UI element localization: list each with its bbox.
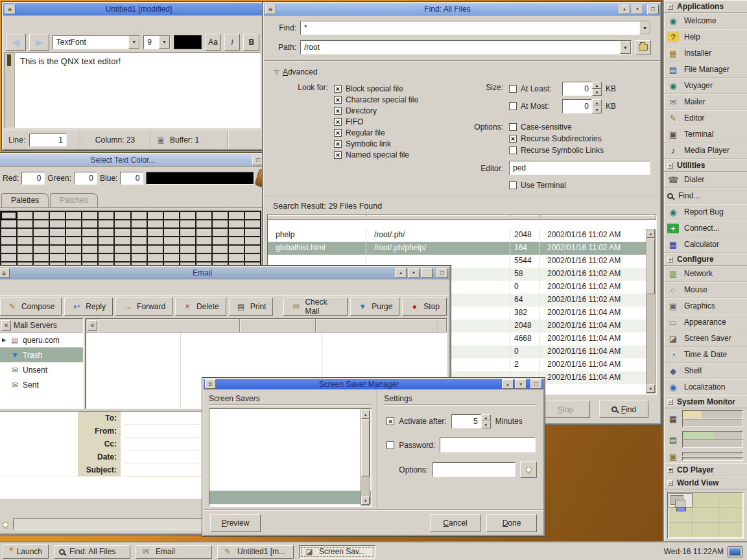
- chevron-down-icon[interactable]: ▼: [159, 36, 170, 49]
- collapse-box-icon[interactable]: -: [667, 480, 673, 486]
- palette-cell[interactable]: [1, 237, 17, 245]
- palette-cell[interactable]: [114, 228, 130, 237]
- look-for-option[interactable]: Symbolic link: [334, 138, 418, 149]
- shelf-row[interactable]: Welcome ◉ Welcome: [664, 13, 747, 29]
- workspace-cell[interactable]: [718, 523, 742, 537]
- shelf-row[interactable]: Voyager ◉ Voyager: [664, 78, 747, 94]
- screensaver-list-item[interactable]: [209, 477, 371, 491]
- shelf-item[interactable]: ◉ Voyager: [664, 78, 747, 94]
- window-menu-icon[interactable]: ≡: [205, 379, 216, 389]
- palette-cell[interactable]: [228, 228, 244, 237]
- palette-cell[interactable]: [82, 237, 98, 245]
- close-icon[interactable]: □: [436, 268, 448, 278]
- palette-cell[interactable]: [33, 211, 49, 220]
- shelf-row[interactable]: Screen Saver ◪ Screen Saver: [664, 331, 747, 347]
- palette-cell[interactable]: [212, 245, 228, 253]
- blue-field[interactable]: 0: [120, 172, 143, 185]
- palette-cell[interactable]: [17, 220, 33, 228]
- column-header[interactable]: [540, 215, 656, 219]
- shelf-row[interactable]: Calculator ▦ Calculator: [664, 237, 747, 253]
- shelf-row[interactable]: Terminal ▣ Terminal: [664, 126, 747, 143]
- back-icon[interactable]: ◀: [6, 34, 26, 51]
- palette-cell[interactable]: [17, 211, 33, 220]
- palette-cell[interactable]: [33, 237, 49, 245]
- options-field[interactable]: [433, 462, 516, 477]
- palette-cell[interactable]: [49, 245, 65, 253]
- editor-text-area[interactable]: This is the QNX text editor!: [5, 52, 261, 128]
- scrollbar-thumb[interactable]: [646, 239, 655, 294]
- palette-cell[interactable]: [147, 220, 163, 228]
- checkbox[interactable]: [334, 140, 342, 148]
- menu-item[interactable]: [13, 285, 26, 289]
- spin-up-icon[interactable]: ▲: [592, 82, 602, 89]
- collapse-icon[interactable]: ▴: [619, 5, 630, 14]
- shelf-row[interactable]: - Applications Applications: [664, 0, 747, 13]
- shelf-item[interactable]: ? Help: [664, 29, 747, 45]
- menu-item[interactable]: [71, 21, 84, 25]
- palette-cell[interactable]: [163, 211, 180, 220]
- palette-cell[interactable]: [180, 253, 196, 262]
- browse-folder-button[interactable]: [635, 40, 651, 54]
- palette-cell[interactable]: [33, 245, 49, 253]
- path-input[interactable]: /root ▼: [300, 40, 632, 54]
- palette-cell[interactable]: [65, 253, 82, 262]
- list-scrollbar[interactable]: ▲ ▼: [361, 410, 370, 506]
- palette-cell[interactable]: [65, 220, 82, 228]
- folder-item[interactable]: ▶ ▤ queru.com: [0, 332, 83, 347]
- palette-cell[interactable]: [49, 237, 65, 245]
- palette-cell[interactable]: [1, 220, 17, 228]
- shelf-item[interactable]: ▤ File Manager: [664, 62, 747, 78]
- sort-chevron-icon[interactable]: «: [88, 320, 97, 331]
- task-button[interactable]: ◪ Screen Sav...: [299, 545, 375, 559]
- palette-cell[interactable]: [65, 211, 82, 220]
- menu-item[interactable]: [26, 285, 39, 289]
- folder-item[interactable]: ▼ Trash: [0, 347, 83, 362]
- shelf-item[interactable]: ◔ Time & Date: [664, 347, 747, 363]
- restore-icon[interactable]: [421, 268, 433, 278]
- palette-cell[interactable]: [114, 211, 130, 220]
- result-row[interactable]: phelp /root/.ph/ 2048 2002/01/16 11:02 A…: [268, 229, 646, 242]
- email-titlebar[interactable]: ≡ Email ▴ ▾ □: [0, 267, 449, 279]
- palette-cell[interactable]: [244, 228, 261, 237]
- palette-cell[interactable]: [196, 220, 212, 228]
- shelf-row[interactable]: Help ? Help: [664, 29, 747, 45]
- workspace-cell[interactable]: [718, 508, 742, 522]
- option-row[interactable]: Case-sensitive: [509, 121, 604, 132]
- column-header[interactable]: [510, 215, 540, 219]
- menu-item[interactable]: [19, 21, 32, 25]
- font-select[interactable]: TextFont ▼: [53, 35, 140, 49]
- shelf-row[interactable]: Installer ▦ Installer: [664, 45, 747, 62]
- palette-cell[interactable]: [114, 220, 130, 228]
- shelf-row[interactable]: Shelf ◆ Shelf: [664, 363, 747, 379]
- screensaver-list-item[interactable]: [209, 463, 371, 477]
- palette-cell[interactable]: [228, 237, 244, 245]
- palette-cell[interactable]: [244, 253, 261, 262]
- zoom-icon[interactable]: ▾: [515, 379, 527, 389]
- option-row[interactable]: Recurse Subdirectories: [509, 133, 604, 144]
- checkbox[interactable]: [334, 85, 342, 93]
- shelf-item[interactable]: ▦ Installer: [664, 45, 747, 62]
- palette-cell[interactable]: [131, 237, 147, 245]
- hint-button[interactable]: [520, 461, 537, 478]
- palette-cell[interactable]: [212, 237, 228, 245]
- menu-item[interactable]: [39, 285, 52, 289]
- palette-cell[interactable]: [82, 245, 98, 253]
- palette-cell[interactable]: [147, 211, 163, 220]
- screensaver-list-item[interactable]: [209, 409, 371, 423]
- scrollbar-thumb[interactable]: [361, 419, 370, 476]
- palette-cell[interactable]: [33, 220, 49, 228]
- shelf-item[interactable]: ◆ Shelf: [664, 363, 747, 379]
- scroll-down-icon[interactable]: ▼: [361, 496, 370, 505]
- system-monitor-header[interactable]: - System Monitor: [664, 395, 747, 408]
- shelf-row[interactable]: Find... Find...: [664, 188, 747, 204]
- collapse-box-icon[interactable]: -: [667, 399, 673, 405]
- menu-item[interactable]: [0, 285, 13, 289]
- red-field[interactable]: 0: [21, 172, 45, 185]
- palette-cell[interactable]: [147, 253, 163, 262]
- shelf-row[interactable]: Localization ◉ Localization: [664, 379, 747, 395]
- toolbar-button[interactable]: ✉ Check Mail: [283, 298, 348, 316]
- palette-cell[interactable]: [196, 253, 212, 262]
- chevron-down-icon[interactable]: ▼: [639, 21, 650, 34]
- find-titlebar[interactable]: ≡ Find: All Files ▴ ▾ □: [264, 3, 660, 16]
- folder-item[interactable]: ✉ Unsent: [0, 362, 83, 377]
